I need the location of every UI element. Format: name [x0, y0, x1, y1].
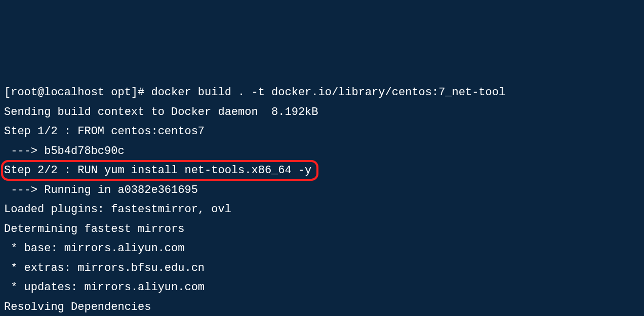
- terminal-line-output: Resolving Dependencies: [4, 298, 640, 317]
- terminal-line-step1: Step 1/2 : FROM centos:centos7: [4, 122, 640, 142]
- terminal-line-step2-highlighted: Step 2/2 : RUN yum install net-tools.x86…: [4, 161, 640, 181]
- highlight-box: Step 2/2 : RUN yum install net-tools.x86…: [1, 160, 318, 181]
- terminal-line-output: Sending build context to Docker daemon 8…: [4, 103, 640, 123]
- terminal-line-output: Loaded plugins: fastestmirror, ovl: [4, 200, 640, 220]
- terminal-line-output: ---> b5b4d78bc90c: [4, 142, 640, 162]
- terminal-line-output: Determining fastest mirrors: [4, 220, 640, 240]
- terminal-line-prompt: [root@localhost opt]# docker build . -t …: [4, 83, 640, 103]
- terminal-line-output: ---> Running in a0382e361695: [4, 181, 640, 201]
- terminal-line-mirror-extras: * extras: mirrors.bfsu.edu.cn: [4, 259, 640, 279]
- terminal-line-mirror-updates: * updates: mirrors.aliyun.com: [4, 278, 640, 298]
- terminal-line-mirror-base: * base: mirrors.aliyun.com: [4, 239, 640, 259]
